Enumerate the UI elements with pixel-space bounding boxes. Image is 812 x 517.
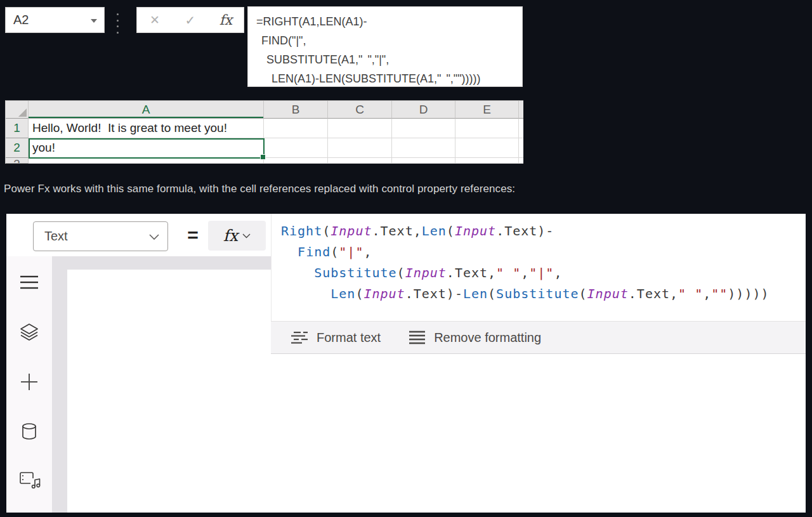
equals-sign: = bbox=[179, 220, 207, 251]
insert-plus-icon[interactable] bbox=[19, 372, 39, 392]
authoring-sidebar bbox=[6, 256, 52, 513]
media-icon[interactable] bbox=[19, 469, 39, 490]
name-box[interactable]: A2 bbox=[5, 7, 105, 33]
column-header-d[interactable]: D bbox=[392, 101, 455, 119]
fx-icon: fx bbox=[223, 226, 238, 245]
fx-dropdown-button[interactable]: fx bbox=[208, 221, 266, 251]
select-all-corner[interactable] bbox=[6, 101, 29, 119]
powerfx-formula-line: Right(Input.Text,Len(Input.Text)- bbox=[281, 221, 806, 242]
cell-b2[interactable] bbox=[264, 138, 328, 158]
selected-cell-outline bbox=[29, 138, 265, 159]
column-header-partial bbox=[519, 101, 523, 119]
cell-e2[interactable] bbox=[455, 138, 519, 158]
powerfx-formula-line: Len(Input.Text)-Len(Substitute(Input.Tex… bbox=[281, 284, 806, 304]
data-cylinder-icon[interactable] bbox=[19, 421, 39, 442]
cell-c1[interactable] bbox=[328, 119, 392, 138]
format-text-button[interactable]: Format text bbox=[291, 330, 381, 345]
cell-e1[interactable] bbox=[455, 119, 519, 138]
cell-d1[interactable] bbox=[392, 119, 455, 138]
remove-formatting-button[interactable]: Remove formatting bbox=[409, 330, 541, 345]
cell-c2[interactable] bbox=[328, 138, 392, 158]
formula-format-bar: Format text Remove formatting bbox=[271, 321, 806, 354]
formula-line: SUBSTITUTE(A1," ","|", bbox=[256, 50, 522, 69]
formula-bar-actions: ✕ ✓ fx bbox=[136, 7, 244, 33]
hamburger-menu-icon[interactable] bbox=[19, 274, 39, 294]
powerfx-formula-line: Find("|", bbox=[281, 242, 806, 263]
body-paragraph: Power Fx works with this same formula, w… bbox=[4, 183, 797, 195]
format-text-label: Format text bbox=[317, 330, 381, 345]
cell-b1[interactable] bbox=[264, 119, 328, 138]
cancel-icon[interactable]: ✕ bbox=[144, 13, 166, 27]
property-selector-dropdown[interactable]: Text bbox=[33, 221, 168, 251]
powerapps-screenshot: Text = fx Right(Input.Text,Len(Input.Tex… bbox=[6, 214, 806, 513]
excel-formula-bar[interactable]: =RIGHT(A1,LEN(A1)- FIND("|", SUBSTITUTE(… bbox=[247, 6, 523, 87]
row-header-1[interactable]: 1 bbox=[6, 119, 29, 138]
formula-line: FIND("|", bbox=[256, 31, 522, 50]
canvas-gutter bbox=[52, 256, 271, 270]
cell-a1[interactable]: Hello, World! It is great to meet you! bbox=[29, 119, 264, 138]
powerfx-formula-line: Substitute(Input.Text," ","|", bbox=[281, 263, 806, 284]
remove-formatting-icon bbox=[409, 330, 426, 344]
separator-grip-icon bbox=[115, 12, 120, 35]
tree-view-icon[interactable] bbox=[19, 322, 39, 343]
cell-d2[interactable] bbox=[392, 138, 455, 158]
name-box-dropdown-icon[interactable] bbox=[91, 19, 97, 23]
row-header-3-partial[interactable]: 3 bbox=[6, 158, 29, 164]
chevron-down-icon bbox=[149, 234, 159, 240]
insert-function-icon[interactable]: fx bbox=[215, 12, 237, 28]
powerfx-formula-editor[interactable]: Right(Input.Text,Len(Input.Text)- Find("… bbox=[271, 214, 806, 321]
remove-formatting-label: Remove formatting bbox=[434, 330, 541, 345]
formula-line: =RIGHT(A1,LEN(A1)- bbox=[256, 12, 522, 31]
column-header-b[interactable]: B bbox=[264, 101, 328, 119]
format-text-icon bbox=[291, 330, 308, 344]
property-selector-value: Text bbox=[44, 229, 68, 243]
name-box-value: A2 bbox=[13, 13, 29, 27]
fill-handle[interactable] bbox=[260, 154, 266, 160]
canvas-gutter bbox=[52, 256, 67, 513]
column-header-e[interactable]: E bbox=[455, 101, 519, 119]
row-header-2[interactable]: 2 bbox=[6, 138, 29, 158]
spreadsheet-grid: A B C D E 1 Hello, World! It is great to… bbox=[5, 100, 523, 164]
formula-line: LEN(A1)-LEN(SUBSTITUTE(A1," ",""))))) bbox=[256, 69, 522, 87]
column-header-a[interactable]: A bbox=[29, 101, 264, 119]
chevron-down-icon bbox=[242, 233, 251, 239]
enter-icon[interactable]: ✓ bbox=[180, 13, 201, 28]
excel-screenshot: A2 ✕ ✓ fx =RIGHT(A1,LEN(A1)- FIND("|", S… bbox=[0, 0, 527, 166]
column-header-c[interactable]: C bbox=[328, 101, 392, 119]
